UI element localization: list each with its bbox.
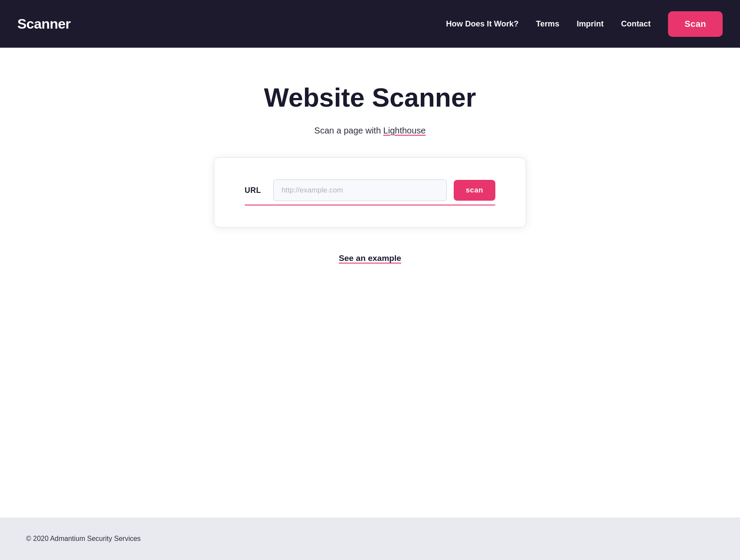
subtitle-text: Scan a page with xyxy=(314,126,383,135)
scan-card: URL scan xyxy=(214,157,526,228)
subtitle: Scan a page with Lighthouse xyxy=(314,126,426,136)
form-underline xyxy=(245,205,495,205)
nav-scan-button[interactable]: Scan xyxy=(668,11,723,37)
footer-copyright: © 2020 Admantium Security Services xyxy=(26,535,141,542)
scan-submit-button[interactable]: scan xyxy=(454,180,495,201)
nav-terms[interactable]: Terms xyxy=(536,19,560,29)
nav-contact[interactable]: Contact xyxy=(621,19,651,29)
see-example-link[interactable]: See an example xyxy=(339,254,401,263)
nav-how-it-works[interactable]: How Does It Work? xyxy=(446,19,518,29)
footer: © 2020 Admantium Security Services xyxy=(0,518,740,560)
nav-links: How Does It Work? Terms Imprint Contact … xyxy=(446,11,723,37)
url-label: URL xyxy=(245,186,266,195)
nav-imprint[interactable]: Imprint xyxy=(576,19,603,29)
lighthouse-link[interactable]: Lighthouse xyxy=(383,126,426,135)
scan-form: URL scan xyxy=(245,179,495,205)
page-title: Website Scanner xyxy=(264,82,476,113)
navbar: Scanner How Does It Work? Terms Imprint … xyxy=(0,0,740,48)
form-row: URL scan xyxy=(245,179,495,201)
url-input[interactable] xyxy=(273,179,447,201)
brand-logo: Scanner xyxy=(17,16,71,32)
main-content: Website Scanner Scan a page with Lightho… xyxy=(0,48,740,518)
